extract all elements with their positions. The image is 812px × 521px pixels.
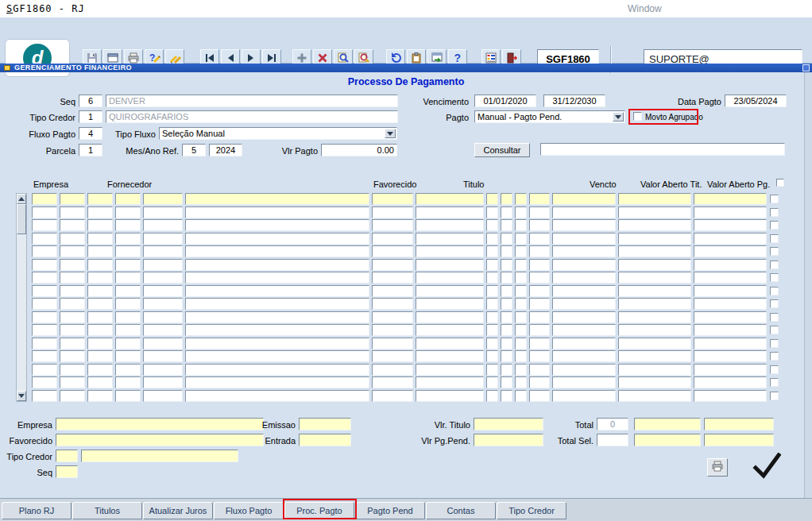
grid-cell[interactable] bbox=[501, 206, 512, 218]
grid-cell[interactable] bbox=[32, 272, 57, 284]
grid-cell[interactable] bbox=[486, 298, 498, 310]
parcela-field[interactable]: 1 bbox=[79, 144, 102, 156]
grid-cell[interactable] bbox=[32, 219, 57, 231]
grid-cell[interactable] bbox=[143, 311, 183, 323]
grid-cell[interactable] bbox=[60, 364, 85, 376]
table-row[interactable] bbox=[32, 364, 779, 376]
grid-cell[interactable] bbox=[60, 206, 85, 218]
grid-cell[interactable] bbox=[515, 324, 527, 336]
tab-contas[interactable]: Contas bbox=[426, 502, 496, 519]
grid-cell[interactable] bbox=[416, 338, 484, 349]
grid-cell[interactable] bbox=[143, 390, 183, 402]
grid-cell[interactable] bbox=[115, 206, 141, 218]
grid-cell[interactable] bbox=[60, 324, 85, 336]
grid-cell[interactable] bbox=[515, 206, 527, 218]
table-row[interactable] bbox=[32, 376, 779, 388]
grid-cell[interactable] bbox=[32, 233, 57, 245]
scroll-up-icon[interactable] bbox=[17, 194, 26, 204]
grid-cell[interactable] bbox=[618, 338, 691, 349]
print-selection-button[interactable] bbox=[707, 458, 728, 477]
row-select-checkbox[interactable] bbox=[770, 234, 779, 243]
grid-cell[interactable] bbox=[372, 311, 413, 323]
grid-cell[interactable] bbox=[694, 376, 767, 388]
grid-cell[interactable] bbox=[552, 324, 616, 336]
grid-cell[interactable] bbox=[618, 376, 691, 388]
grid-cell[interactable] bbox=[87, 324, 113, 336]
grid-cell[interactable] bbox=[515, 311, 527, 323]
grid-cell[interactable] bbox=[529, 206, 550, 218]
grid-cell[interactable] bbox=[416, 233, 484, 245]
grid-cell[interactable] bbox=[185, 259, 369, 271]
grid-cell[interactable] bbox=[60, 350, 85, 362]
grid-cell[interactable] bbox=[515, 390, 527, 402]
emissao-field[interactable] bbox=[299, 418, 351, 430]
row-select-checkbox[interactable] bbox=[770, 326, 779, 334]
grid-cell[interactable] bbox=[486, 219, 498, 231]
grid-cell[interactable] bbox=[618, 298, 691, 310]
grid-cell[interactable] bbox=[185, 206, 369, 218]
grid-cell[interactable] bbox=[185, 311, 369, 323]
grid-cell[interactable] bbox=[416, 206, 484, 218]
grid-cell[interactable] bbox=[501, 311, 512, 323]
ano-field[interactable]: 2024 bbox=[209, 144, 242, 156]
grid-cell[interactable] bbox=[60, 245, 85, 257]
grid-cell[interactable] bbox=[416, 324, 484, 336]
grid-cell[interactable] bbox=[185, 298, 369, 310]
grid-scrollbar[interactable] bbox=[16, 193, 27, 402]
grid-cell[interactable] bbox=[115, 233, 141, 245]
grid-cell[interactable] bbox=[185, 324, 369, 336]
consulta-field[interactable] bbox=[540, 143, 785, 156]
grid-cell[interactable] bbox=[694, 390, 767, 402]
tab-plano-rj[interactable]: Plano RJ bbox=[2, 502, 72, 519]
grid-cell[interactable] bbox=[529, 245, 550, 257]
grid-cell[interactable] bbox=[552, 285, 616, 297]
grid-cell[interactable] bbox=[143, 285, 183, 297]
row-select-checkbox[interactable] bbox=[770, 195, 779, 203]
table-row[interactable] bbox=[32, 233, 779, 245]
grid-cell[interactable] bbox=[372, 245, 413, 257]
row-select-checkbox[interactable] bbox=[770, 273, 779, 282]
grid-cell[interactable] bbox=[87, 350, 113, 362]
grid-cell[interactable] bbox=[515, 298, 527, 310]
grid-cell[interactable] bbox=[143, 376, 183, 388]
grid-cell[interactable] bbox=[618, 364, 691, 376]
grid-cell[interactable] bbox=[416, 311, 484, 323]
mes-field[interactable]: 5 bbox=[182, 144, 206, 156]
grid-cell[interactable] bbox=[372, 193, 413, 205]
grid-cell[interactable] bbox=[372, 338, 413, 349]
grid-cell[interactable] bbox=[60, 311, 85, 323]
table-row[interactable] bbox=[32, 245, 779, 257]
grid-cell[interactable] bbox=[416, 245, 484, 257]
grid-cell[interactable] bbox=[143, 259, 183, 271]
grid-cell[interactable] bbox=[501, 245, 512, 257]
entrada-field[interactable] bbox=[299, 434, 351, 446]
row-select-checkbox[interactable] bbox=[770, 313, 779, 322]
grid-cell[interactable] bbox=[143, 350, 183, 362]
grid-cell[interactable] bbox=[501, 298, 512, 310]
grid-cell[interactable] bbox=[515, 376, 527, 388]
grid-cell[interactable] bbox=[416, 376, 484, 388]
tab-pagto-pend[interactable]: Pagto Pend bbox=[355, 502, 425, 519]
grid-cell[interactable] bbox=[372, 206, 413, 218]
total-sel-aberto-tit-field[interactable] bbox=[634, 434, 701, 446]
grid-cell[interactable] bbox=[529, 390, 550, 402]
grid-cell[interactable] bbox=[372, 390, 413, 402]
data-pagto-field[interactable]: 23/05/2024 bbox=[725, 95, 787, 107]
grid-cell[interactable] bbox=[185, 285, 369, 297]
grid-cell[interactable] bbox=[143, 193, 183, 205]
grid-cell[interactable] bbox=[486, 311, 498, 323]
row-select-checkbox[interactable] bbox=[770, 378, 779, 387]
grid-cell[interactable] bbox=[552, 364, 616, 376]
grid-cell[interactable] bbox=[185, 219, 369, 231]
grid-cell[interactable] bbox=[143, 272, 183, 284]
grid-cell[interactable] bbox=[143, 338, 183, 349]
table-row[interactable] bbox=[32, 272, 779, 284]
row-select-checkbox[interactable] bbox=[770, 299, 779, 308]
grid-cell[interactable] bbox=[694, 245, 767, 257]
grid-cell[interactable] bbox=[486, 245, 498, 257]
grid-cell[interactable] bbox=[87, 245, 113, 257]
grid-cell[interactable] bbox=[618, 233, 691, 245]
grid-cell[interactable] bbox=[529, 364, 550, 376]
tab-atualizar-juros[interactable]: Atualizar Juros bbox=[143, 502, 213, 519]
tab-titulos[interactable]: Titulos bbox=[72, 502, 142, 519]
